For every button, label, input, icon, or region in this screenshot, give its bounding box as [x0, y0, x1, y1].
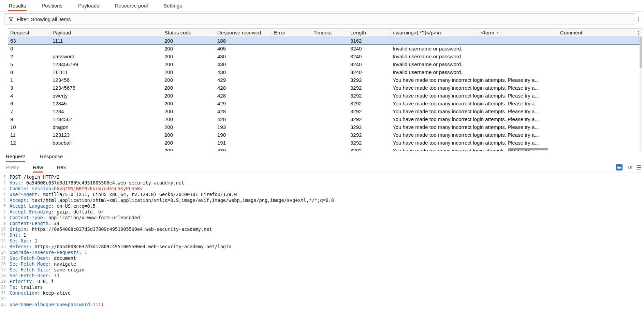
tab-settings[interactable]: Settings	[163, 0, 182, 11]
column-header-payload[interactable]: Payload	[50, 29, 162, 36]
column-header-length[interactable]: Length	[348, 29, 391, 36]
horizontal-scrollbar-thumb[interactable]	[508, 148, 548, 150]
code-segment: Connection:	[10, 290, 40, 296]
cell-status-code: 200	[162, 92, 215, 100]
cell-response-received: 429	[215, 76, 272, 84]
cell-comment	[558, 76, 642, 84]
editor-line: 5 Accept: text/html,application/xhtml+xm…	[0, 197, 644, 203]
editor-line: 22	[0, 296, 644, 302]
filter-bar[interactable]: Filter: Showing all items	[4, 13, 635, 25]
line-number: 18	[0, 273, 8, 279]
cell-timeout	[311, 123, 348, 131]
cell-status-code: 200	[162, 123, 215, 131]
cell-status-code: 200	[162, 139, 215, 147]
cell-warning-extract: You have made too many incorrect login a…	[391, 131, 479, 139]
filter-menu-icon[interactable]	[635, 16, 642, 23]
tab-response[interactable]: Response	[40, 151, 63, 162]
table-row[interactable]: 7 1234 200 428 3292 You have made too ma…	[8, 107, 642, 115]
tab-resource-pool[interactable]: Resource pool	[114, 0, 149, 11]
vertical-scrollbar[interactable]	[640, 37, 642, 151]
code-segment: gzip, deflate, br	[54, 209, 104, 214]
code-segment: u=0, i	[34, 279, 54, 284]
line-content: Sec-Gpc: 1	[8, 238, 37, 244]
cell-status-code: 200	[162, 131, 215, 139]
cell-status-code: 200	[162, 100, 215, 107]
vertical-scrollbar-thumb[interactable]	[640, 37, 642, 68]
table-row[interactable]: 0 200 405 3240 Invalid username or passw…	[8, 45, 642, 53]
table-row[interactable]: 3 12345678 200 428 3292 You have made to…	[8, 84, 642, 92]
column-label: Length	[350, 30, 366, 35]
code-segment: Referer:	[10, 244, 32, 249]
code-segment: username=albuquerque&password=	[10, 302, 93, 307]
column-header-comment[interactable]: Comment	[558, 29, 642, 36]
column-header-response-received[interactable]: Response received	[215, 29, 272, 36]
line-number: 20	[0, 284, 8, 290]
table-row[interactable]: 1 123456 200 429 3292 You have made too …	[8, 76, 642, 84]
cell-request: 9	[8, 115, 50, 123]
cell-error	[272, 53, 311, 60]
table-row[interactable]: 10 dragon 200 193 3292 You have made too…	[8, 123, 642, 131]
cell-form-extract	[479, 68, 558, 76]
cell-response-received: 430	[215, 53, 272, 60]
code-segment: Sec-Gpc:	[10, 238, 32, 243]
cell-request: 2	[8, 53, 50, 60]
editor-line: 12 Sec-Gpc: 1	[0, 238, 644, 244]
newline-toggle[interactable]: \n	[627, 165, 632, 170]
column-header-status-code[interactable]: Status code	[162, 29, 215, 36]
table-row[interactable]: 63 1111 200 188 3162	[8, 37, 642, 45]
code-segment: Content-Type:	[10, 215, 46, 220]
cell-warning-extract: Invalid username or password.	[391, 68, 479, 76]
table-row[interactable]: 4 qwerty 200 428 3292 You have made too …	[8, 92, 642, 100]
editor-line: 14 Upgrade-Insecure-Requests: 1	[0, 250, 644, 255]
tab-hex[interactable]: Hex	[57, 162, 66, 173]
cell-length: 3292	[348, 76, 391, 84]
table-options-icon[interactable]	[635, 30, 642, 37]
line-number: 4	[0, 192, 8, 197]
tab-request[interactable]: Request	[6, 151, 25, 162]
cell-request: 10	[8, 123, 50, 131]
code-segment: 0a54008c037d3d17809c4951005500e4.web-sec…	[24, 180, 184, 186]
filter-status-text: Filter: Showing all items	[17, 16, 71, 22]
line-number: 22	[0, 296, 8, 302]
tab-raw[interactable]: Raw	[33, 162, 43, 173]
cell-payload: 123456	[50, 76, 162, 84]
column-header-form-extract[interactable]: <form▲	[479, 29, 558, 36]
table-row[interactable]: 5 123456789 200 430 3240 Invalid usernam…	[8, 60, 642, 68]
table-row[interactable]: 2 password 200 430 3240 Invalid username…	[8, 53, 642, 60]
column-header-error[interactable]: Error	[272, 29, 311, 36]
table-row[interactable]: 11 123123 200 190 3292 You have made too…	[8, 131, 642, 139]
table-row[interactable]: 8 111111 200 430 3240 Invalid username o…	[8, 68, 642, 76]
tab-payloads[interactable]: Payloads	[77, 0, 100, 11]
cell-payload: 111111	[50, 68, 162, 76]
line-content: Sec-Fetch-Site: same-origin	[8, 267, 84, 273]
cell-status-code: 200	[162, 68, 215, 76]
table-row[interactable]: 6 12345 200 429 3292 You have made too m…	[8, 100, 642, 107]
editor-line: 20 Te: trailers	[0, 284, 644, 290]
column-label: <form	[481, 30, 494, 35]
cell-warning-extract: You have made too many incorrect login a…	[391, 107, 479, 115]
tab-results[interactable]: Results	[8, 0, 27, 11]
cell-warning-extract: You have made too many incorrect login a…	[391, 76, 479, 84]
editor-line: 3 Cookie: session=hGvqtMNjBRYNvKoLw7o4k5…	[0, 186, 644, 192]
column-header-timeout[interactable]: Timeout	[311, 29, 348, 36]
cell-response-received: 428	[215, 115, 272, 123]
tab-positions[interactable]: Positions	[41, 0, 63, 11]
code-segment: Mozilla/5.0 (X11; Linux x86_64; rv:128.0…	[40, 192, 237, 197]
cell-payload: 1234567	[50, 115, 162, 123]
wrap-toggle-icon[interactable]	[616, 164, 623, 171]
editor-menu-icon[interactable]	[637, 165, 641, 169]
cell-comment	[558, 115, 642, 123]
line-number: 10	[0, 226, 8, 232]
code-segment: Sec-Fetch-Dest:	[10, 255, 51, 261]
column-header-warning-extract[interactable]: \-warning>(.*?)</p>\n	[391, 29, 479, 36]
cell-warning-extract: You have made too many incorrect login a…	[391, 123, 479, 131]
request-editor[interactable]: 1 POST /login HTTP/2 2 Host: 0a54008c037…	[0, 173, 644, 308]
editor-line: 7 Accept-Encoding: gzip, deflate, br	[0, 209, 644, 215]
tab-pretty[interactable]: Pretty	[6, 162, 19, 173]
cell-comment	[558, 131, 642, 139]
cell-error	[272, 131, 311, 139]
table-row[interactable]: 12 baseball 200 191 3292 You have made t…	[8, 139, 642, 147]
column-header-request[interactable]: Request	[8, 29, 50, 36]
line-number: 12	[0, 238, 8, 244]
table-row[interactable]: 9 1234567 200 428 3292 You have made too…	[8, 115, 642, 123]
